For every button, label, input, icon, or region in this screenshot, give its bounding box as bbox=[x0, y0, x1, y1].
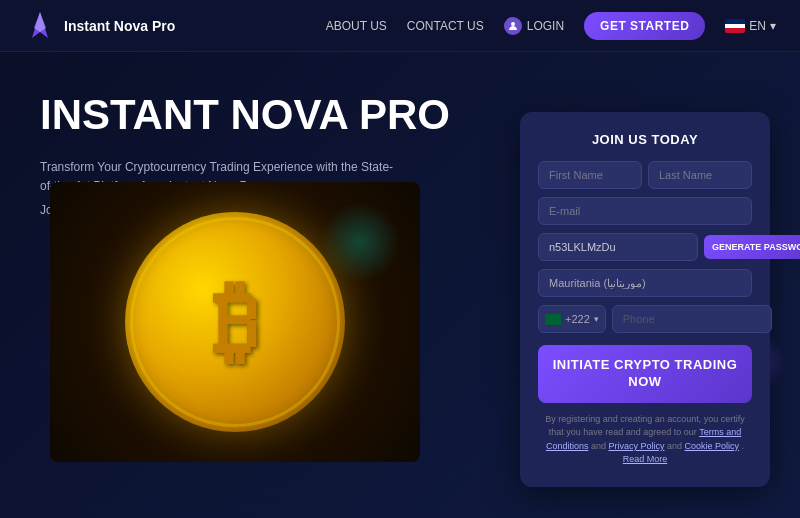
chevron-down-icon: ▾ bbox=[770, 19, 776, 33]
svg-marker-1 bbox=[34, 12, 46, 32]
nav-login[interactable]: LOGIN bbox=[504, 17, 564, 35]
hero-title: INSTANT NOVA PRO bbox=[40, 92, 450, 138]
privacy-link[interactable]: Privacy Policy bbox=[608, 441, 664, 451]
nav-links: ABOUT US CONTACT US LOGIN GET STARTED EN… bbox=[326, 12, 776, 40]
lang-label: EN bbox=[749, 19, 766, 33]
disclaimer-and2: and bbox=[667, 441, 685, 451]
phone-row: +222 ▾ bbox=[538, 305, 752, 333]
phone-input[interactable] bbox=[612, 305, 772, 333]
login-label: LOGIN bbox=[527, 19, 564, 33]
nav-link-contact[interactable]: CONTACT US bbox=[407, 19, 484, 33]
cta-button[interactable]: INITIATE CRYPTO TRADING NOW bbox=[538, 345, 752, 403]
signup-form: JOIN US TODAY GENERATE PASSWORDS Maurita… bbox=[520, 112, 770, 487]
bitcoin-image: ₿ bbox=[50, 182, 420, 462]
last-name-input[interactable] bbox=[648, 161, 752, 189]
cookie-link[interactable]: Cookie Policy bbox=[685, 441, 740, 451]
flag-icon bbox=[725, 19, 745, 33]
login-icon bbox=[504, 17, 522, 35]
password-input[interactable] bbox=[538, 233, 698, 261]
form-title: JOIN US TODAY bbox=[538, 132, 752, 147]
email-input[interactable] bbox=[538, 197, 752, 225]
language-selector[interactable]: EN ▾ bbox=[725, 19, 776, 33]
disclaimer-readmore: . bbox=[742, 441, 745, 451]
get-started-button[interactable]: GET STARTED bbox=[584, 12, 705, 40]
mauritania-flag bbox=[545, 314, 561, 325]
chevron-down-icon: ▾ bbox=[594, 314, 599, 324]
phone-code-selector[interactable]: +222 ▾ bbox=[538, 305, 606, 333]
logo-text: Instant Nova Pro bbox=[64, 18, 175, 34]
svg-point-2 bbox=[511, 22, 515, 26]
disclaimer-and: and bbox=[591, 441, 609, 451]
name-row bbox=[538, 161, 752, 189]
form-disclaimer: By registering and creating an account, … bbox=[538, 413, 752, 467]
password-row: GENERATE PASSWORDS bbox=[538, 233, 752, 261]
generate-password-button[interactable]: GENERATE PASSWORDS bbox=[704, 235, 800, 259]
nav-link-about[interactable]: ABOUT US bbox=[326, 19, 387, 33]
logo: Instant Nova Pro bbox=[24, 10, 175, 42]
read-more-link[interactable]: Read More bbox=[623, 454, 668, 464]
phone-code-label: +222 bbox=[565, 313, 590, 325]
country-select[interactable]: Mauritania (موريتانيا) bbox=[538, 269, 752, 297]
logo-icon bbox=[24, 10, 56, 42]
hero-section: INSTANT NOVA PRO Transform Your Cryptocu… bbox=[0, 52, 800, 518]
first-name-input[interactable] bbox=[538, 161, 642, 189]
navbar: Instant Nova Pro ABOUT US CONTACT US LOG… bbox=[0, 0, 800, 52]
